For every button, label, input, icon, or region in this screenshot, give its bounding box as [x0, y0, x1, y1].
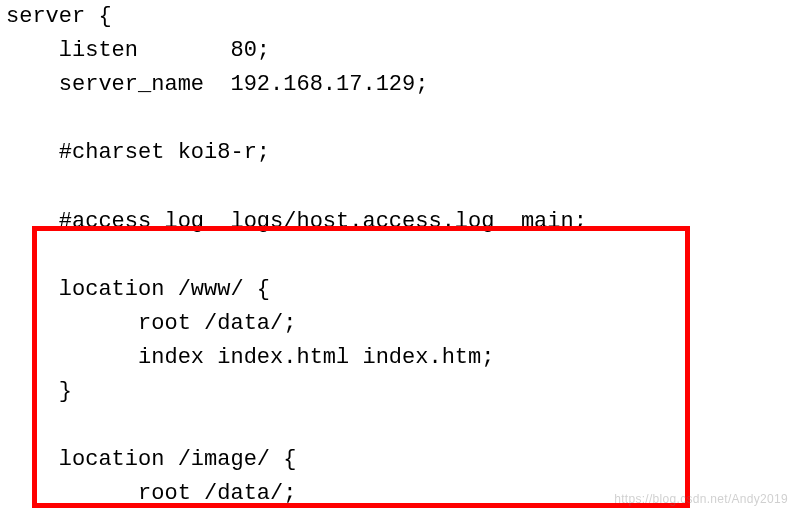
code-line: #access_log logs/host.access.log main; — [6, 209, 587, 234]
code-line: } — [6, 379, 72, 404]
code-line: server_name 192.168.17.129; — [6, 72, 428, 97]
code-line: root /data/; — [6, 311, 296, 336]
code-line: location /www/ { — [6, 277, 270, 302]
watermark-text: https://blog.csdn.net/Andy2019 — [614, 490, 788, 509]
code-line: location /image/ { — [6, 447, 296, 472]
config-code-block: server { listen 80; server_name 192.168.… — [0, 0, 796, 513]
code-line: root /data/; — [6, 481, 296, 506]
code-line: listen 80; — [6, 38, 270, 63]
code-line: server { — [6, 4, 112, 29]
code-line: #charset koi8-r; — [6, 140, 270, 165]
code-line: index index.html index.htm; — [6, 345, 494, 370]
